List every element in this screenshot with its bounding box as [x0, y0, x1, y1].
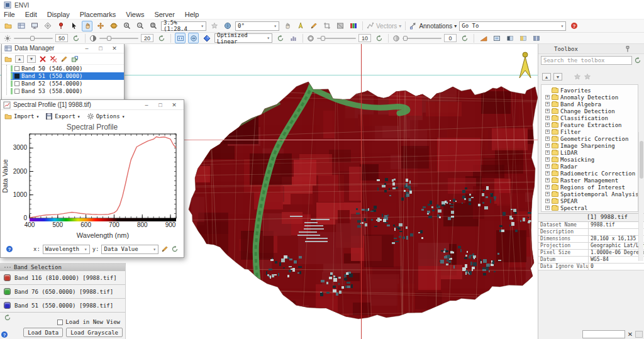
- contrast-value[interactable]: 20: [141, 34, 153, 42]
- edit-metadata-icon[interactable]: [60, 55, 68, 63]
- band-selection-header[interactable]: Band Selection: [0, 263, 125, 271]
- load-in-new-view-option[interactable]: Load in New View: [57, 319, 120, 325]
- brightness-reset-button[interactable]: [70, 33, 81, 43]
- histogram-button[interactable]: [288, 33, 299, 43]
- stretch-reset-button[interactable]: [275, 33, 286, 43]
- toolbox-scrollbar[interactable]: [638, 132, 643, 261]
- zoom-in-button[interactable]: [121, 21, 132, 31]
- toolbox-item-image-sharpening[interactable]: +Image Sharpening: [545, 142, 638, 149]
- toolbox-item-spectral[interactable]: +Spectral: [545, 204, 638, 211]
- expand-icon[interactable]: +: [545, 136, 550, 141]
- annotation-edit-button[interactable]: [308, 21, 319, 31]
- spectral-profile-titlebar[interactable]: Spectral Profile ([1] 9988.tif) – □ ✕: [1, 100, 184, 110]
- minimize-button[interactable]: –: [80, 44, 94, 53]
- rgb-button[interactable]: [348, 21, 358, 31]
- band-list-item[interactable]: Band 50 (546.0000): [11, 65, 124, 72]
- toolbox-item-radar[interactable]: +Radar: [545, 163, 638, 170]
- toolbox-item-lidar[interactable]: +LiDAR: [545, 149, 638, 156]
- expand-icon[interactable]: +: [545, 206, 550, 210]
- expand-icon[interactable]: +: [545, 130, 550, 134]
- band-checkbox[interactable]: [14, 81, 19, 86]
- toolbox-item-classification[interactable]: +Classification: [545, 114, 638, 121]
- pan-button[interactable]: [82, 21, 92, 31]
- color-ramp-button[interactable]: [478, 33, 489, 43]
- toolbox-item-regions-of-interest[interactable]: +Regions of Interest: [545, 184, 638, 191]
- status-field[interactable]: [582, 330, 625, 338]
- blend-button[interactable]: [518, 33, 528, 43]
- menu-views[interactable]: Views: [126, 11, 144, 18]
- contrast-slider[interactable]: [99, 35, 138, 42]
- close-all-files-icon[interactable]: [50, 55, 57, 63]
- band-checkbox[interactable]: [14, 74, 19, 79]
- toolbox-item-filter[interactable]: +Filter: [545, 128, 638, 135]
- maximize-button[interactable]: □: [94, 44, 108, 53]
- collapse-tree-button[interactable]: ▲: [542, 73, 551, 81]
- data-manager-titlebar[interactable]: Data Manager – □ ✕: [2, 44, 124, 53]
- help-button[interactable]: ?: [569, 21, 579, 31]
- maximize-button[interactable]: □: [153, 101, 167, 109]
- expand-icon[interactable]: +: [545, 123, 550, 127]
- toolbox-item-geometric-correction[interactable]: +Geometric Correction: [545, 135, 638, 142]
- zoom-interp-button[interactable]: [188, 33, 199, 43]
- toolbox-item-raster-management[interactable]: +Raster Management: [545, 177, 638, 184]
- toolbox-item-anomaly-detection[interactable]: +Anomaly Detection: [545, 94, 638, 101]
- edit-pencil-icon[interactable]: [161, 245, 169, 253]
- mask-button[interactable]: [335, 21, 345, 31]
- pin-icon[interactable]: [624, 45, 631, 53]
- transparency-value[interactable]: 0: [444, 34, 457, 42]
- zoom-level-combo[interactable]: 3.5% (1:28.4▾: [161, 21, 206, 31]
- expand-icon[interactable]: +: [545, 109, 550, 113]
- close-button[interactable]: ✕: [167, 101, 181, 109]
- stretch-icon-button[interactable]: [201, 33, 212, 43]
- expand-icon[interactable]: +: [545, 143, 550, 148]
- band-checkbox[interactable]: [14, 89, 19, 94]
- expand-icon[interactable]: +: [545, 102, 550, 106]
- toolbox-item-radiometric-correction[interactable]: +Radiometric Correction: [545, 170, 638, 177]
- transparency-reset-button[interactable]: [459, 33, 470, 43]
- expand-icon[interactable]: +: [545, 95, 550, 99]
- import-menu[interactable]: Import▾: [4, 113, 39, 120]
- full-extent-button[interactable]: [209, 21, 219, 31]
- vectors-dropdown[interactable]: Vectors▾: [367, 22, 401, 30]
- annotations-dropdown[interactable]: Annotations▾: [409, 22, 457, 30]
- band-list-item[interactable]: Band 51 (550.0000): [11, 72, 124, 80]
- favorite-star-icon[interactable]: [584, 73, 591, 81]
- toolbox-item-band-algebra[interactable]: +Band Algebra: [545, 101, 638, 108]
- satellite-image[interactable]: [186, 74, 538, 321]
- interpolation-button[interactable]: [175, 33, 186, 43]
- band-checkbox[interactable]: [14, 66, 19, 71]
- export-icon[interactable]: [71, 55, 79, 63]
- status-grip[interactable]: [635, 331, 643, 338]
- open-file-icon[interactable]: [4, 55, 12, 63]
- load-in-new-view-checkbox[interactable]: [57, 320, 63, 325]
- contrast-reset-button[interactable]: [156, 33, 167, 43]
- menu-server[interactable]: Server: [154, 11, 174, 18]
- expand-all-button[interactable]: ▼: [27, 55, 36, 63]
- select-button[interactable]: [69, 21, 79, 31]
- image-view[interactable]: Data Manager – □ ✕ ▲ ▼ Band 50 (: [0, 44, 538, 339]
- menu-edit[interactable]: Edit: [25, 11, 37, 18]
- data-manager-button[interactable]: [16, 21, 26, 31]
- close-button[interactable]: ✕: [108, 44, 121, 53]
- views-button[interactable]: [29, 21, 40, 31]
- transparency-slider[interactable]: [402, 35, 441, 42]
- reset-bands-icon[interactable]: [4, 314, 11, 321]
- expand-icon[interactable]: +: [545, 199, 550, 203]
- expand-icon[interactable]: +: [545, 150, 550, 155]
- sharpen-value[interactable]: 10: [358, 34, 371, 42]
- options-menu[interactable]: Options▾: [87, 113, 125, 120]
- crosshair-button[interactable]: [42, 21, 53, 31]
- toolbox-item-spatiotemporal-analysis[interactable]: +Spatiotemporal Analysis: [545, 191, 638, 197]
- help-icon[interactable]: ?: [6, 245, 13, 253]
- rotate-free-button[interactable]: [282, 21, 292, 31]
- brightness-value[interactable]: 50: [55, 34, 68, 42]
- selected-band-row[interactable]: Band 51 (550.0000) [9988.tif]: [0, 299, 125, 313]
- expand-icon[interactable]: +: [545, 157, 550, 162]
- brightness-slider[interactable]: [14, 35, 53, 42]
- export-menu[interactable]: Export▾: [45, 113, 80, 120]
- open-file-button[interactable]: [3, 21, 13, 31]
- expand-icon[interactable]: +: [545, 164, 550, 169]
- favorite-star-icon[interactable]: [574, 73, 581, 81]
- swipe-button[interactable]: [531, 33, 541, 43]
- zoom-box-button[interactable]: [148, 21, 158, 31]
